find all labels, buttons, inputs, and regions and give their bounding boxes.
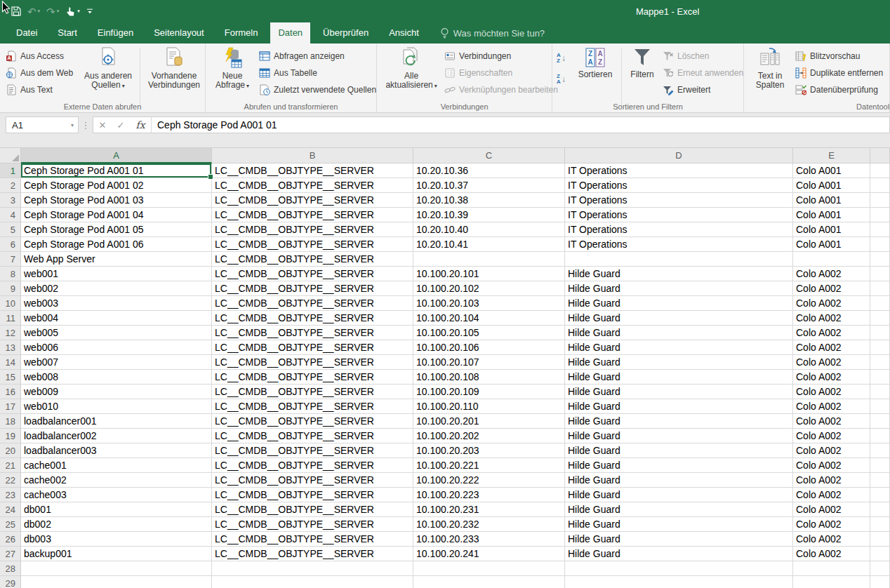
row-header-8[interactable]: 8 — [0, 267, 21, 281]
cell-F1[interactable] — [870, 163, 890, 178]
cell-F12[interactable] — [870, 326, 890, 340]
cell-E10[interactable]: Colo A002 — [793, 296, 870, 311]
row-header-29[interactable]: 29 — [0, 576, 21, 588]
cell-F8[interactable] — [870, 267, 890, 281]
cell-F15[interactable] — [870, 370, 890, 385]
cell-A27[interactable]: backup001 — [21, 547, 212, 561]
touch-mouse-mode-button[interactable]: ▾ — [65, 6, 80, 17]
cell-E12[interactable]: Colo A002 — [793, 326, 870, 340]
cell-A21[interactable]: cache001 — [21, 458, 212, 473]
cell-A7[interactable]: Web App Server — [21, 252, 212, 267]
cell-F24[interactable] — [870, 502, 890, 517]
tab-ueberpruefen[interactable]: Überprüfen — [315, 22, 376, 44]
cell-D18[interactable]: Hilde Guard — [565, 414, 793, 429]
row-header-25[interactable]: 25 — [0, 517, 21, 532]
vorhandene-verbindungen-button[interactable]: Vorhandene Verbindungen — [143, 47, 205, 90]
cell-B25[interactable]: LC__CMDB__OBJTYPE__SERVER — [212, 517, 413, 532]
cell-A1[interactable]: Ceph Storage Pod A001 01 — [21, 163, 212, 178]
cell-E24[interactable]: Colo A002 — [793, 502, 870, 517]
cell-C18[interactable]: 10.100.20.201 — [413, 414, 565, 429]
cell-D21[interactable]: Hilde Guard — [565, 458, 793, 473]
cell-C6[interactable]: 10.20.10.41 — [413, 237, 565, 252]
cell-E13[interactable]: Colo A002 — [793, 340, 870, 355]
cell-B12[interactable]: LC__CMDB__OBJTYPE__SERVER — [212, 326, 413, 340]
cell-F18[interactable] — [870, 414, 890, 429]
cell-D23[interactable]: Hilde Guard — [565, 488, 793, 502]
cell-B17[interactable]: LC__CMDB__OBJTYPE__SERVER — [212, 399, 413, 414]
cell-B21[interactable]: LC__CMDB__OBJTYPE__SERVER — [212, 458, 413, 473]
cell-E8[interactable]: Colo A002 — [793, 267, 870, 281]
cell-C4[interactable]: 10.20.10.39 — [413, 208, 565, 222]
cell-D20[interactable]: Hilde Guard — [565, 443, 793, 458]
cell-F25[interactable] — [870, 517, 890, 532]
cell-B6[interactable]: LC__CMDB__OBJTYPE__SERVER — [212, 237, 413, 252]
cell-C7[interactable] — [413, 252, 565, 267]
cell-D16[interactable]: Hilde Guard — [565, 385, 793, 399]
cell-C15[interactable]: 10.100.20.108 — [413, 370, 565, 385]
cell-A8[interactable]: web001 — [21, 267, 212, 281]
cell-B27[interactable]: LC__CMDB__OBJTYPE__SERVER — [212, 547, 413, 561]
cell-B24[interactable]: LC__CMDB__OBJTYPE__SERVER — [212, 502, 413, 517]
cell-C13[interactable]: 10.100.20.106 — [413, 340, 565, 355]
row-header-21[interactable]: 21 — [0, 458, 21, 473]
cell-E21[interactable]: Colo A002 — [793, 458, 870, 473]
cell-E16[interactable]: Colo A002 — [793, 385, 870, 399]
cell-A17[interactable]: web010 — [21, 399, 212, 414]
row-header-23[interactable]: 23 — [0, 488, 21, 502]
cell-C20[interactable]: 10.100.20.203 — [413, 443, 565, 458]
formula-input[interactable]: Ceph Storage Pod A001 01 — [157, 119, 277, 131]
cell-E17[interactable]: Colo A002 — [793, 399, 870, 414]
text-in-spalten-button[interactable]: Text in Spalten — [748, 47, 792, 90]
cell-B9[interactable]: LC__CMDB__OBJTYPE__SERVER — [212, 281, 413, 296]
cell-B18[interactable]: LC__CMDB__OBJTYPE__SERVER — [212, 414, 413, 429]
tab-seitenlayout[interactable]: Seitenlayout — [146, 22, 212, 44]
cell-E1[interactable]: Colo A001 — [793, 163, 870, 178]
column-header-B[interactable]: B — [212, 147, 413, 163]
redo-button[interactable]: ↷ ▾ — [46, 6, 59, 17]
cell-E26[interactable]: Colo A002 — [793, 532, 870, 547]
cell-B11[interactable]: LC__CMDB__OBJTYPE__SERVER — [212, 311, 413, 326]
tab-ansicht[interactable]: Ansicht — [381, 22, 427, 44]
cell-D3[interactable]: IT Operations — [565, 193, 793, 208]
cell-E18[interactable]: Colo A002 — [793, 414, 870, 429]
column-header-D[interactable]: D — [565, 147, 793, 163]
cell-C9[interactable]: 10.100.20.102 — [413, 281, 565, 296]
cell-F21[interactable] — [870, 458, 890, 473]
cell-D27[interactable]: Hilde Guard — [565, 547, 793, 561]
cell-E20[interactable]: Colo A002 — [793, 443, 870, 458]
cell-C21[interactable]: 10.100.20.221 — [413, 458, 565, 473]
cell-F26[interactable] — [870, 532, 890, 547]
row-header-1[interactable]: 1 — [0, 163, 21, 178]
cell-A18[interactable]: loadbalancer001 — [21, 414, 212, 429]
cell-B3[interactable]: LC__CMDB__OBJTYPE__SERVER — [212, 193, 413, 208]
row-header-5[interactable]: 5 — [0, 222, 21, 237]
cell-C19[interactable]: 10.100.20.202 — [413, 429, 565, 443]
cell-B22[interactable]: LC__CMDB__OBJTYPE__SERVER — [212, 473, 413, 488]
row-header-2[interactable]: 2 — [0, 178, 21, 193]
cell-A29[interactable] — [21, 576, 212, 588]
cell-C17[interactable]: 10.100.20.110 — [413, 399, 565, 414]
cell-F6[interactable] — [870, 237, 890, 252]
touch-mode-dropdown-icon[interactable]: ▾ — [77, 8, 80, 14]
cell-F9[interactable] — [870, 281, 890, 296]
cell-D29[interactable] — [565, 576, 793, 588]
cell-B15[interactable]: LC__CMDB__OBJTYPE__SERVER — [212, 370, 413, 385]
neue-abfrage-button[interactable]: Neue Abfrage▾ — [210, 47, 255, 91]
cell-C14[interactable]: 10.100.20.107 — [413, 355, 565, 370]
cell-F7[interactable] — [870, 252, 890, 267]
cell-A10[interactable]: web003 — [21, 296, 212, 311]
cell-B26[interactable]: LC__CMDB__OBJTYPE__SERVER — [212, 532, 413, 547]
cell-F20[interactable] — [870, 443, 890, 458]
cell-D28[interactable] — [565, 561, 793, 576]
cell-D2[interactable]: IT Operations — [565, 178, 793, 193]
cell-A26[interactable]: db003 — [21, 532, 212, 547]
cell-E5[interactable]: Colo A001 — [793, 222, 870, 237]
cell-F3[interactable] — [870, 193, 890, 208]
row-header-6[interactable]: 6 — [0, 237, 21, 252]
cell-A3[interactable]: Ceph Storage Pod A001 03 — [21, 193, 212, 208]
cell-B20[interactable]: LC__CMDB__OBJTYPE__SERVER — [212, 443, 413, 458]
row-header-28[interactable]: 28 — [0, 561, 21, 576]
row-header-11[interactable]: 11 — [0, 311, 21, 326]
sortieren-button[interactable]: ZAAZ Sortieren — [572, 47, 618, 79]
tab-einfuegen[interactable]: Einfügen — [90, 22, 141, 44]
